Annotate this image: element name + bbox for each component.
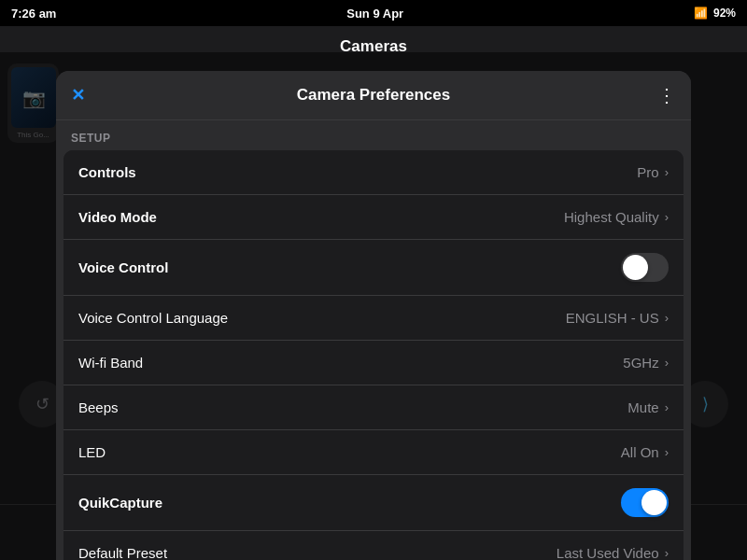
beeps-value: Mute › xyxy=(627,399,669,415)
row-video-mode[interactable]: Video Mode Highest Quality › xyxy=(63,195,684,240)
chevron-icon: › xyxy=(665,210,669,224)
chevron-icon: › xyxy=(665,400,669,414)
chevron-icon: › xyxy=(665,546,669,560)
modal-header: ✕ Camera Preferences ⋮ xyxy=(56,71,691,120)
quikcapture-toggle[interactable] xyxy=(621,488,669,517)
settings-list: Controls Pro › Video Mode Highest Qualit… xyxy=(63,150,684,560)
battery-level: 92% xyxy=(713,7,736,20)
beeps-label: Beeps xyxy=(78,399,119,415)
status-right: 📶 92% xyxy=(694,7,736,20)
voice-control-toggle[interactable] xyxy=(621,253,669,282)
row-wifi-band[interactable]: Wi-fi Band 5GHz › xyxy=(63,341,684,385)
default-preset-value: Last Used Video › xyxy=(557,545,669,560)
led-value: All On › xyxy=(621,444,669,460)
row-voice-language[interactable]: Voice Control Language ENGLISH - US › xyxy=(63,296,684,341)
row-default-preset[interactable]: Default Preset Last Used Video › xyxy=(63,531,684,560)
voice-language-label: Voice Control Language xyxy=(78,310,228,326)
row-voice-control[interactable]: Voice Control xyxy=(63,240,684,296)
default-preset-label: Default Preset xyxy=(78,545,167,560)
video-mode-label: Video Mode xyxy=(78,209,157,225)
modal-overlay: ✕ Camera Preferences ⋮ SETUP Controls Pr… xyxy=(0,52,747,560)
background-app: Cameras 📷 This Go... ↺ ⟩ ≡ Mural ▣ Media… xyxy=(0,26,747,560)
modal-title: Camera Preferences xyxy=(99,86,648,105)
more-button[interactable]: ⋮ xyxy=(648,84,676,106)
controls-value: Pro › xyxy=(637,164,669,180)
row-led[interactable]: LED All On › xyxy=(63,430,684,475)
wifi-icon: 📶 xyxy=(694,7,708,20)
chevron-icon: › xyxy=(665,445,669,459)
section-header-setup: SETUP xyxy=(56,120,691,150)
voice-control-label: Voice Control xyxy=(78,259,168,275)
toggle-thumb xyxy=(623,255,648,280)
row-quikcapture[interactable]: QuikCapture xyxy=(63,475,684,531)
chevron-icon: › xyxy=(665,356,669,370)
wifi-band-value: 5GHz › xyxy=(623,355,669,371)
status-bar: 7:26 am Sun 9 Apr 📶 92% xyxy=(0,0,747,26)
controls-label: Controls xyxy=(78,164,136,180)
wifi-band-label: Wi-fi Band xyxy=(78,355,143,371)
video-mode-value: Highest Quality › xyxy=(564,209,669,225)
quikcapture-label: QuikCapture xyxy=(78,495,162,511)
row-beeps[interactable]: Beeps Mute › xyxy=(63,385,684,430)
toggle-thumb xyxy=(641,490,667,515)
row-controls[interactable]: Controls Pro › xyxy=(63,150,684,195)
voice-language-value: ENGLISH - US › xyxy=(566,310,669,326)
close-button[interactable]: ✕ xyxy=(71,85,99,105)
led-label: LED xyxy=(78,444,106,460)
status-time: 7:26 am xyxy=(11,7,56,21)
modal-panel: ✕ Camera Preferences ⋮ SETUP Controls Pr… xyxy=(56,71,691,560)
chevron-icon: › xyxy=(665,311,669,325)
status-date: Sun 9 Apr xyxy=(346,7,403,21)
chevron-icon: › xyxy=(665,165,669,179)
